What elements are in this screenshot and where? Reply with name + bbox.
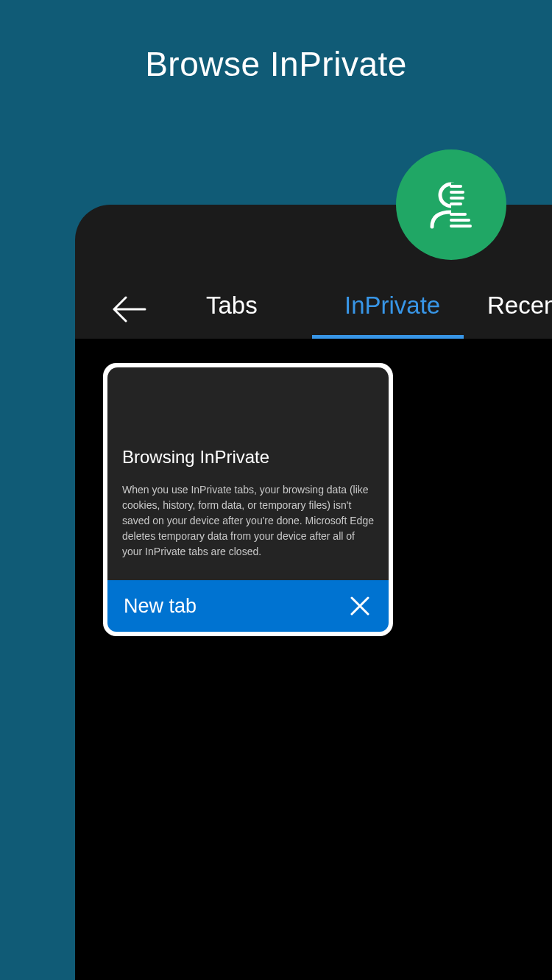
inprivate-person-icon xyxy=(425,178,478,231)
tab-inprivate[interactable]: InPrivate xyxy=(344,292,440,320)
svg-rect-1 xyxy=(451,183,473,230)
tab-card-description: When you use InPrivate tabs, your browsi… xyxy=(122,482,374,560)
tab-tabs[interactable]: Tabs xyxy=(206,292,258,320)
inprivate-avatar-badge xyxy=(396,149,506,260)
inprivate-tab-card[interactable]: Browsing InPrivate When you use InPrivat… xyxy=(103,363,393,636)
tab-content-area: Browsing InPrivate When you use InPrivat… xyxy=(75,339,552,980)
tab-recent[interactable]: Recen xyxy=(487,292,552,320)
tab-card-footer: New tab xyxy=(107,580,389,632)
close-icon xyxy=(350,596,369,616)
back-button[interactable] xyxy=(110,293,149,325)
tab-card-footer-label: New tab xyxy=(124,595,197,618)
back-arrow-icon xyxy=(113,296,146,322)
promo-headline: Browse InPrivate xyxy=(0,0,552,84)
tab-card-body: Browsing InPrivate When you use InPrivat… xyxy=(107,367,389,580)
phone-frame: Tabs InPrivate Recen Browsing InPrivate … xyxy=(75,205,552,980)
tab-header: Tabs InPrivate Recen xyxy=(75,284,552,339)
tab-card-title: Browsing InPrivate xyxy=(122,447,374,468)
close-tab-button[interactable] xyxy=(347,593,372,618)
